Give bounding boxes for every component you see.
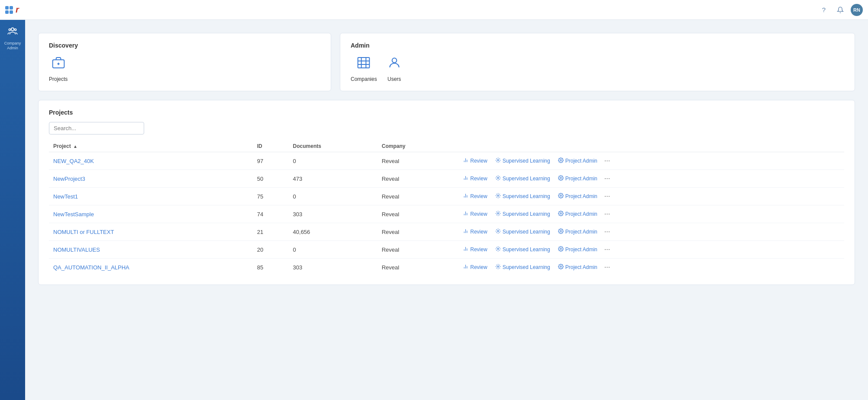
review-label: Review [470, 176, 487, 182]
col-id: ID [253, 141, 289, 152]
review-label: Review [470, 211, 487, 217]
more-options-button[interactable]: ··· [602, 227, 613, 237]
actions-cell: Review Supervised Learning [459, 244, 840, 255]
cell-project: NewProject3 [49, 170, 253, 188]
col-project[interactable]: Project ▲ [49, 141, 253, 152]
supervised-learning-button[interactable]: Supervised Learning [492, 227, 554, 237]
cell-project: NewTest1 [49, 188, 253, 205]
supervised-learning-label: Supervised Learning [503, 176, 550, 182]
project-admin-icon [558, 228, 564, 235]
col-actions [455, 141, 844, 152]
table-row: NewTestSample 74 303 Reveal R [49, 205, 844, 223]
projects-table-wrapper[interactable]: Project ▲ ID Documents Company NEW_QA2_4… [49, 141, 844, 276]
more-options-button[interactable]: ··· [602, 156, 613, 166]
review-icon [463, 193, 468, 200]
review-button[interactable]: Review [459, 191, 490, 202]
more-options-button[interactable]: ··· [602, 174, 613, 183]
users-icon [387, 56, 401, 73]
project-admin-icon [558, 264, 564, 271]
review-label: Review [470, 193, 487, 199]
review-label: Review [470, 264, 487, 270]
review-button[interactable]: Review [459, 156, 490, 166]
review-button[interactable]: Review [459, 209, 490, 219]
project-link[interactable]: NEW_QA2_40K [53, 158, 94, 164]
cell-project: NewTestSample [49, 205, 253, 223]
svg-point-40 [497, 248, 499, 250]
discovery-items: Projects [49, 56, 320, 82]
more-options-button[interactable]: ··· [602, 192, 613, 201]
project-admin-label: Project Admin [565, 246, 597, 253]
svg-point-21 [560, 177, 561, 179]
project-link[interactable]: NewTestSample [53, 211, 94, 218]
svg-rect-6 [358, 58, 370, 68]
review-button[interactable]: Review [459, 244, 490, 255]
cell-documents: 303 [289, 259, 378, 276]
review-icon [463, 264, 468, 271]
svg-point-41 [560, 248, 561, 250]
cell-company: Reveal [378, 152, 455, 170]
more-options-button[interactable]: ··· [602, 262, 613, 272]
discovery-projects-item[interactable]: Projects [49, 56, 68, 82]
svg-point-11 [392, 58, 397, 63]
project-admin-button[interactable]: Project Admin [555, 262, 601, 272]
sidebar-item-company-admin[interactable]: Company Admin [0, 24, 25, 52]
supervised-learning-button[interactable]: Supervised Learning [492, 173, 554, 184]
review-icon [463, 228, 468, 235]
project-admin-button[interactable]: Project Admin [555, 156, 601, 166]
supervised-learning-button[interactable]: Supervised Learning [492, 191, 554, 202]
project-link[interactable]: QA_AUTOMATION_II_ALPHA [53, 264, 129, 271]
cell-project: NOMULTI or FULLTEXT [49, 223, 253, 241]
project-admin-button[interactable]: Project Admin [555, 209, 601, 219]
project-admin-button[interactable]: Project Admin [555, 227, 601, 237]
projects-table: Project ▲ ID Documents Company NEW_QA2_4… [49, 141, 844, 276]
notifications-icon[interactable] [834, 4, 846, 16]
supervised-learning-label: Supervised Learning [503, 158, 550, 164]
supervised-learning-icon [495, 264, 501, 271]
cell-company: Reveal [378, 259, 455, 276]
project-link[interactable]: NewTest1 [53, 193, 78, 200]
svg-point-46 [560, 266, 561, 267]
admin-users-item[interactable]: Users [387, 56, 401, 82]
admin-companies-item[interactable]: Companies [351, 56, 377, 82]
project-admin-icon [558, 193, 564, 200]
cell-actions: Review Supervised Learning [455, 152, 844, 170]
cell-company: Reveal [378, 223, 455, 241]
cell-company: Reveal [378, 188, 455, 205]
project-admin-button[interactable]: Project Admin [555, 173, 601, 184]
review-button[interactable]: Review [459, 262, 490, 272]
cards-row: Discovery Projects Admin [38, 33, 855, 91]
supervised-learning-button[interactable]: Supervised Learning [492, 209, 554, 219]
cell-actions: Review Supervised Learning [455, 188, 844, 205]
more-options-button[interactable]: ··· [602, 209, 613, 219]
svg-point-0 [11, 28, 14, 31]
review-button[interactable]: Review [459, 227, 490, 237]
user-avatar[interactable]: RN [851, 4, 863, 16]
cell-id: 74 [253, 205, 289, 223]
table-row: NEW_QA2_40K 97 0 Reveal Revie [49, 152, 844, 170]
companies-icon [357, 56, 371, 73]
table-row: NOMULTIVALUES 20 0 Reveal Rev [49, 241, 844, 259]
sidebar-item-label: Company Admin [2, 41, 23, 51]
col-company: Company [378, 141, 455, 152]
project-admin-button[interactable]: Project Admin [555, 191, 601, 202]
supervised-learning-button[interactable]: Supervised Learning [492, 262, 554, 272]
review-button[interactable]: Review [459, 173, 490, 184]
project-admin-label: Project Admin [565, 193, 597, 199]
project-link[interactable]: NOMULTIVALUES [53, 246, 100, 253]
projects-label: Projects [49, 76, 68, 82]
project-link[interactable]: NOMULTI or FULLTEXT [53, 229, 114, 235]
search-input[interactable] [49, 122, 144, 134]
cell-documents: 473 [289, 170, 378, 188]
review-icon [463, 157, 468, 164]
project-admin-button[interactable]: Project Admin [555, 244, 601, 255]
help-icon[interactable]: ? [818, 4, 830, 16]
supervised-learning-button[interactable]: Supervised Learning [492, 156, 554, 166]
cell-documents: 0 [289, 241, 378, 259]
actions-cell: Review Supervised Learning [459, 173, 840, 184]
project-link[interactable]: NewProject3 [53, 176, 85, 182]
actions-cell: Review Supervised Learning [459, 191, 840, 202]
supervised-learning-button[interactable]: Supervised Learning [492, 244, 554, 255]
more-options-button[interactable]: ··· [602, 245, 613, 254]
review-label: Review [470, 229, 487, 235]
project-admin-icon [558, 175, 564, 182]
